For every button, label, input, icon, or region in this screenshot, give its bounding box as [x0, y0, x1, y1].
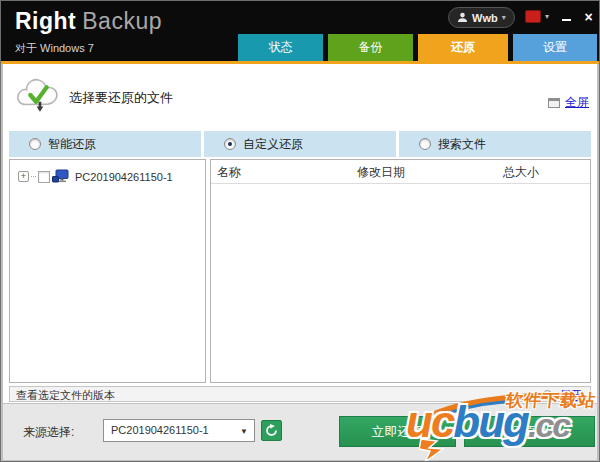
app-title: RightBackup	[15, 8, 162, 35]
mode-smart-restore-label: 智能还原	[48, 136, 96, 153]
column-header-size[interactable]: 总大小	[503, 160, 539, 184]
column-header-name[interactable]: 名称	[217, 160, 241, 184]
tree-expand-icon[interactable]: +	[18, 171, 29, 182]
footer-bar: 来源选择: PC201904261150-1 ▼ 立即还原 还原到	[3, 403, 597, 460]
tab-restore-active[interactable]: 还原	[418, 34, 508, 61]
mode-search-files[interactable]: 搜索文件	[399, 131, 591, 157]
language-flag-button[interactable]	[525, 10, 541, 23]
user-name: Wwb	[472, 12, 498, 24]
expand-toggle-icon[interactable]	[543, 390, 552, 399]
mode-custom-restore-label: 自定义还原	[243, 136, 303, 153]
source-select-value: PC201904261150-1	[111, 424, 209, 436]
file-list-panel: 名称 修改日期 总大小	[210, 159, 591, 383]
cloud-check-icon	[15, 75, 63, 115]
page-title: 选择要还原的文件	[69, 89, 173, 107]
radio-search-files[interactable]	[419, 138, 431, 150]
radio-custom-restore-selected[interactable]	[224, 138, 236, 150]
minimize-button[interactable]	[558, 8, 575, 25]
radio-smart-restore[interactable]	[29, 138, 41, 150]
close-button[interactable]: ×	[580, 8, 597, 25]
fullscreen-icon[interactable]	[548, 98, 560, 108]
app-window: RightBackup 对于 Windows 7 Wwb ▾ ▾ × 状态 备份…	[0, 0, 600, 462]
computer-icon	[52, 169, 69, 184]
tab-status[interactable]: 状态	[238, 34, 323, 61]
fullscreen-link[interactable]: 全屏	[565, 94, 589, 111]
versions-label: 查看选定文件的版本	[16, 388, 115, 403]
tree-checkbox[interactable]	[38, 171, 50, 183]
platform-subtitle: 对于 Windows 7	[15, 41, 94, 56]
source-tree-panel: + PC201904261150-1	[9, 159, 206, 383]
tree-connector	[31, 176, 36, 177]
app-title-light: Backup	[82, 8, 162, 34]
restore-to-button[interactable]: 还原到	[464, 416, 595, 447]
source-select-label: 来源选择:	[23, 424, 74, 441]
language-caret-icon[interactable]: ▾	[545, 13, 549, 21]
minimize-icon	[562, 19, 571, 21]
user-caret-icon: ▾	[502, 14, 506, 22]
versions-bar: 查看选定文件的版本 展开	[9, 386, 591, 402]
mode-custom-restore[interactable]: 自定义还原	[204, 131, 396, 157]
mode-search-files-label: 搜索文件	[438, 136, 486, 153]
title-bar: RightBackup 对于 Windows 7 Wwb ▾ ▾ × 状态 备份…	[1, 1, 599, 61]
app-title-bold: Right	[15, 8, 76, 34]
refresh-button[interactable]	[261, 420, 282, 441]
fullscreen-control: 全屏	[548, 94, 589, 111]
restore-page: 选择要还原的文件 全屏 智能还原 自定义还原 搜索文件 +	[3, 64, 597, 403]
dropdown-caret-icon: ▼	[240, 427, 248, 436]
file-table-header: 名称 修改日期 总大小	[211, 160, 590, 184]
restore-now-button[interactable]: 立即还原	[339, 416, 456, 447]
column-header-date[interactable]: 修改日期	[357, 160, 405, 184]
user-icon	[457, 12, 468, 23]
tree-row: + PC201904261150-1	[10, 160, 205, 184]
source-select-dropdown[interactable]: PC201904261150-1 ▼	[103, 419, 255, 442]
mode-smart-restore[interactable]: 智能还原	[9, 131, 201, 157]
user-account-button[interactable]: Wwb ▾	[448, 7, 515, 28]
tab-backup[interactable]: 备份	[328, 34, 413, 61]
tree-node-label[interactable]: PC201904261150-1	[75, 171, 173, 183]
refresh-icon	[265, 424, 278, 437]
restore-mode-bar: 智能还原 自定义还原 搜索文件	[9, 131, 591, 157]
tab-settings[interactable]: 设置	[513, 34, 597, 61]
expand-link[interactable]: 展开	[560, 388, 582, 403]
